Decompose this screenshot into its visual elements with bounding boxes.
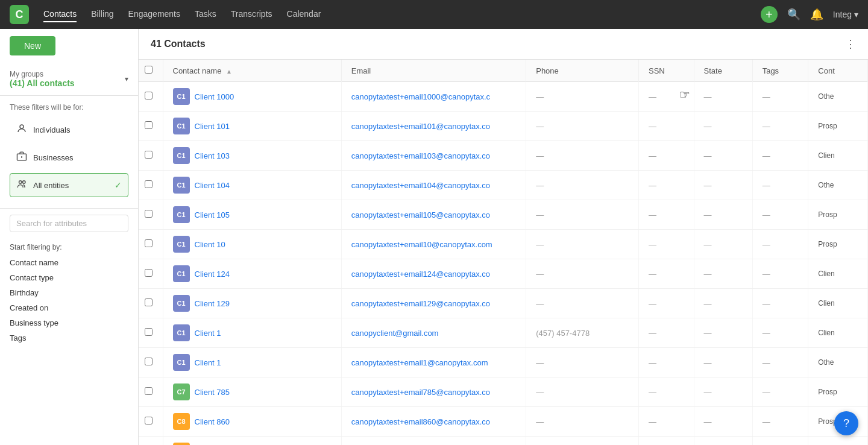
contact-ssn-cell: — — [639, 318, 694, 348]
main-content: 41 Contacts ⋮ Contact name ▲ Email — [139, 29, 868, 445]
contact-name-link[interactable]: Client 1 — [195, 358, 221, 367]
all-entities-icon — [16, 178, 27, 192]
nav-tasks[interactable]: Tasks — [195, 7, 216, 22]
contact-phone-cell: — — [526, 377, 639, 407]
contact-name-cell: C1 Client 124 — [163, 259, 341, 289]
select-all-checkbox[interactable] — [145, 66, 153, 74]
search-icon[interactable]: 🔍 — [787, 8, 800, 21]
row-checkbox[interactable] — [145, 269, 153, 277]
contact-avatar: C1 — [173, 177, 190, 194]
contact-tags-cell: — — [752, 82, 808, 112]
contact-ssn-cell: — — [639, 289, 694, 318]
contact-ssn-cell: — — [639, 141, 694, 171]
contact-name-link[interactable]: Client 103 — [195, 151, 230, 160]
table-row: C1 Client 124 canopytaxtest+email124@can… — [139, 259, 868, 289]
row-checkbox[interactable] — [145, 358, 153, 365]
row-checkbox[interactable] — [145, 121, 153, 129]
th-tags[interactable]: Tags — [752, 60, 808, 82]
filter-by-section: Start filtering by: Contact name Contact… — [0, 238, 138, 350]
th-email[interactable]: Email — [341, 60, 526, 82]
contact-name-link[interactable]: Client 10 — [195, 240, 225, 249]
contact-state-cell: — — [694, 200, 752, 230]
contact-name-link[interactable]: Client 1 — [195, 329, 221, 338]
nav-transcripts[interactable]: Transcripts — [231, 7, 272, 22]
search-attributes-input[interactable] — [10, 215, 128, 232]
row-checkbox[interactable] — [145, 92, 153, 99]
contact-phone-cell: (457) 457-4778 — [526, 318, 639, 348]
help-button[interactable]: ? — [834, 411, 858, 435]
sidebar-top: New — [0, 29, 138, 63]
top-nav: C Contacts Billing Engagements Tasks Tra… — [0, 0, 868, 29]
row-checkbox[interactable] — [145, 151, 153, 159]
contact-name-link[interactable]: Client 129 — [195, 299, 230, 308]
main-layout: New My groups (41) All contacts ▾ These … — [0, 29, 868, 445]
new-button[interactable]: New — [10, 36, 55, 55]
nav-engagements[interactable]: Engagements — [128, 7, 180, 22]
row-checkbox-cell — [139, 259, 163, 289]
filter-attr-tags[interactable]: Tags — [10, 330, 128, 346]
table-row: C8 Client 860 canopytaxtest+email860@can… — [139, 407, 868, 437]
filter-attr-business-type[interactable]: Business type — [10, 315, 128, 330]
contact-email-cell: canopytaxtest+email101@canopytax.co — [341, 112, 526, 141]
contact-name-link[interactable]: Client 785 — [195, 388, 230, 397]
contact-name-link[interactable]: Client 860 — [195, 417, 230, 426]
add-button[interactable]: + — [761, 6, 778, 23]
contact-name-cell: C1 Client 129 — [163, 289, 341, 318]
nav-contacts[interactable]: Contacts — [43, 7, 77, 22]
th-ssn[interactable]: SSN — [639, 60, 694, 82]
contact-avatar: C1 — [173, 265, 190, 282]
row-checkbox-cell — [139, 112, 163, 141]
contact-tags-cell: — — [752, 289, 808, 318]
contact-email-cell: canopytaxtest+email785@canopytax.co — [341, 377, 526, 407]
filter-individuals-label: Individuals — [33, 125, 122, 134]
bell-icon[interactable]: 🔔 — [810, 8, 823, 21]
more-options-icon[interactable]: ⋮ — [845, 37, 856, 51]
contact-avatar: C1 — [173, 88, 190, 105]
table-row: C1 Client 105 canopytaxtest+email105@can… — [139, 200, 868, 230]
filter-businesses-label: Businesses — [33, 153, 122, 162]
contact-email-cell: canopytaxtest+email129@canopytax.co — [341, 289, 526, 318]
filter-attr-contact-name[interactable]: Contact name — [10, 255, 128, 270]
filter-individuals[interactable]: Individuals — [10, 118, 128, 142]
user-menu[interactable]: Integ ▾ — [833, 10, 858, 19]
contact-name-link[interactable]: Client 101 — [195, 122, 230, 131]
filter-all-entities[interactable]: All entities ✓ — [10, 173, 128, 197]
individual-icon — [16, 123, 27, 136]
th-state[interactable]: State — [694, 60, 752, 82]
contact-avatar: C1 — [173, 206, 190, 223]
filter-section: These filters will be for: Individuals B… — [0, 95, 138, 208]
contact-state-cell: — — [694, 230, 752, 259]
filter-businesses[interactable]: Businesses — [10, 145, 128, 169]
contact-name-link[interactable]: Client 105 — [195, 210, 230, 219]
contact-ssn-cell: — — [639, 171, 694, 200]
contact-ssn-cell: — — [639, 200, 694, 230]
contact-name-link[interactable]: Client 124 — [195, 270, 230, 279]
contact-phone-cell: — — [526, 230, 639, 259]
th-phone[interactable]: Phone — [526, 60, 639, 82]
row-checkbox[interactable] — [145, 239, 153, 247]
contact-ssn-cell: — — [639, 377, 694, 407]
row-checkbox[interactable] — [145, 417, 153, 424]
row-checkbox-cell — [139, 82, 163, 112]
filter-attr-contact-type[interactable]: Contact type — [10, 270, 128, 285]
row-checkbox[interactable] — [145, 180, 153, 188]
chevron-down-icon: ▾ — [854, 10, 858, 19]
th-contact-type[interactable]: Cont — [808, 60, 868, 82]
nav-billing[interactable]: Billing — [91, 7, 113, 22]
row-checkbox-cell — [139, 200, 163, 230]
my-groups-header[interactable]: My groups (41) All contacts ▾ — [0, 63, 138, 95]
filter-attr-created-on[interactable]: Created on — [10, 300, 128, 315]
contact-type-cell: Clien — [808, 318, 868, 348]
contact-name-cell: C1 Client 103 — [163, 141, 341, 171]
row-checkbox[interactable] — [145, 387, 153, 395]
contact-name-link[interactable]: Client 104 — [195, 181, 230, 190]
user-name: Integ — [833, 10, 852, 19]
row-checkbox[interactable] — [145, 210, 153, 218]
row-checkbox[interactable] — [145, 298, 153, 306]
contact-name-link[interactable]: Client 1000 — [195, 92, 234, 101]
contact-type-cell: Clien — [808, 141, 868, 171]
filter-attr-birthday[interactable]: Birthday — [10, 285, 128, 300]
row-checkbox[interactable] — [145, 328, 153, 336]
th-contact-name[interactable]: Contact name ▲ — [163, 60, 341, 82]
nav-calendar[interactable]: Calendar — [287, 7, 321, 22]
